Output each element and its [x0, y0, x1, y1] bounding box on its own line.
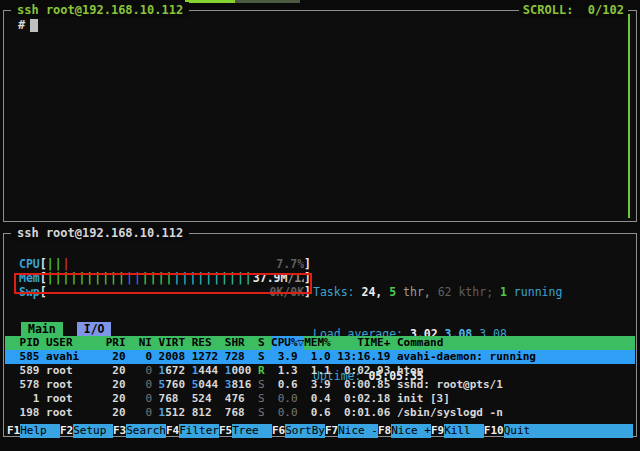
function-key-bar: F1Help F2Setup F3Search F4Filter F5Tree … [7, 424, 633, 438]
mem-total-value: /128M [287, 271, 304, 285]
f9-kill-button[interactable]: Kill [444, 424, 484, 438]
cpu-bars-red: | [63, 257, 71, 271]
col-shr[interactable]: SHR [225, 336, 251, 350]
tasks-line: Tasks: 24, 5 thr, 62 kthr; 1 running [313, 285, 631, 299]
col-user[interactable]: USER [46, 336, 99, 350]
htop-meters: CPU[|||7.7%] Mem[|||||||||||||||||||||||… [19, 257, 311, 299]
f6-key[interactable]: F6 [272, 424, 285, 438]
f1-key[interactable]: F1 [7, 424, 20, 438]
mem-bars-cyan: |||||||||| [174, 271, 253, 285]
shell-prompt: # [18, 18, 25, 32]
col-state[interactable]: S [258, 336, 265, 350]
f7-nice-minus-button[interactable]: Nice - [338, 424, 378, 438]
process-row[interactable]: 589 root 20 0 1672 1444 1000 R 1.3 1.1 0… [5, 364, 635, 378]
process-table-header[interactable]: PID USER PRI NI VIRT RES SHR S CPU%▽ MEM… [5, 336, 635, 350]
swap-meter-label: Swp [19, 285, 40, 299]
running-count: 1 [500, 285, 507, 299]
htop-screen-tabs: Main I/O [21, 322, 111, 336]
mem-used-value: 37.9M [253, 271, 288, 285]
process-row[interactable]: 198 root 20 0 1512 812 768 S 0.0 0.6 0:0… [5, 406, 635, 420]
scroll-indicator: SCROLL: 0/102 [519, 2, 628, 18]
f10-key[interactable]: F10 [484, 424, 504, 438]
f7-key[interactable]: F7 [325, 424, 338, 438]
cpu-bars-green: || [47, 257, 63, 271]
kthread-count: 62 kthr [438, 285, 486, 299]
f5-tree-button[interactable]: Tree [232, 424, 272, 438]
tab-main[interactable]: Main [21, 322, 63, 336]
tasks-count: 24 [361, 285, 375, 299]
f9-key[interactable]: F9 [431, 424, 444, 438]
col-time[interactable]: TIME+ [337, 336, 390, 350]
pane-shell[interactable]: ssh root@192.168.10.112 SCROLL: 0/102 # [3, 10, 637, 222]
tab-io[interactable]: I/O [77, 322, 112, 336]
mem-meter: Mem[||||||||||||||||||||||||||37.9M/128M… [19, 271, 311, 285]
col-pid[interactable]: PID [13, 336, 39, 350]
f2-setup-button[interactable]: Setup [73, 424, 113, 438]
mem-bars-blue: || [126, 271, 142, 285]
f10-quit-button[interactable]: Quit [504, 424, 633, 438]
f8-key[interactable]: F8 [378, 424, 391, 438]
top-edge-strip-bright [185, 0, 235, 3]
col-cpu-sorted[interactable]: CPU%▽ [271, 336, 304, 350]
col-res[interactable]: RES [192, 336, 218, 350]
f2-key[interactable]: F2 [60, 424, 73, 438]
f4-filter-button[interactable]: Filter [179, 424, 219, 438]
process-table: PID USER PRI NI VIRT RES SHR S CPU%▽ MEM… [5, 336, 635, 420]
swap-meter-value: 0K/0K [269, 285, 304, 299]
f6-sortby-button[interactable]: SortBy [285, 424, 325, 438]
htop-app: CPU[|||7.7%] Mem[|||||||||||||||||||||||… [5, 235, 635, 435]
col-pri[interactable]: PRI [106, 336, 126, 350]
swap-meter: Swp[0K/0K] [19, 285, 311, 299]
f4-key[interactable]: F4 [166, 424, 179, 438]
process-row-selected[interactable]: 585 avahi 20 0 2008 1272 728 S 3.9 1.0 1… [5, 350, 635, 364]
col-command[interactable]: Command [397, 336, 635, 350]
mem-meter-label: Mem [19, 271, 40, 285]
terminal-cursor [30, 19, 38, 32]
f3-search-button[interactable]: Search [126, 424, 166, 438]
col-mem[interactable]: MEM% [304, 336, 330, 350]
f3-key[interactable]: F3 [113, 424, 126, 438]
top-edge-strip-dim [235, 0, 300, 3]
pane-htop[interactable]: ssh root@192.168.10.112 CPU[|||7.7%] Mem… [3, 233, 637, 437]
shell-prompt-line[interactable]: # [18, 18, 38, 32]
cpu-meter-label: CPU [19, 257, 40, 271]
col-ni[interactable]: NI [132, 336, 152, 350]
f5-key[interactable]: F5 [219, 424, 232, 438]
cpu-meter-value: 7.7% [276, 257, 304, 271]
process-row[interactable]: 578 root 20 0 5760 5044 3816 S 0.6 3.9 0… [5, 378, 635, 392]
f1-help-button[interactable]: Help [20, 424, 60, 438]
mem-bars-green: |||||||||| [47, 271, 126, 285]
pane-shell-title: ssh root@192.168.10.112 [11, 2, 189, 18]
process-row[interactable]: 1 root 20 0 768 524 476 S 0.0 0.4 0:02.1… [5, 392, 635, 406]
cpu-meter: CPU[|||7.7%] [19, 257, 311, 271]
pane-scrollbar[interactable] [628, 14, 630, 218]
col-virt[interactable]: VIRT [159, 336, 185, 350]
f8-nice-plus-button[interactable]: Nice + [391, 424, 431, 438]
